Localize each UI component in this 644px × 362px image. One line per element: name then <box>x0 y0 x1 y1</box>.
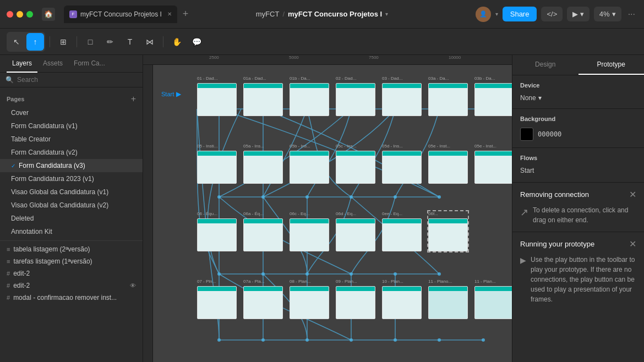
visibility-icon[interactable]: 👁 <box>130 282 136 289</box>
assets-tab[interactable]: Assets <box>37 55 68 73</box>
frame-01-dad[interactable]: 01 - Dad... <box>197 76 237 116</box>
layer-tabela[interactable]: ≡ tabela listagem (2ªversão) <box>0 243 143 255</box>
page-item-cover[interactable]: Cover <box>0 106 143 119</box>
frame-06a-eq[interactable]: 06a - Éq... <box>243 211 283 251</box>
frame-05a-ins[interactable]: 05a - Ins... <box>243 144 283 184</box>
frame-img-03[interactable] <box>382 83 422 116</box>
share-button[interactable]: Share <box>503 7 537 21</box>
close-traffic-light[interactable] <box>7 11 13 18</box>
frame-02-dad[interactable]: 02 - Dad... <box>336 76 375 116</box>
avatar-chevron-icon[interactable]: ▾ <box>495 11 498 17</box>
frame-img-03a[interactable] <box>428 83 468 116</box>
frame-img-09[interactable] <box>336 286 375 319</box>
page-item-deleted[interactable]: Deleted <box>0 212 143 225</box>
layers-tab[interactable]: Layers <box>7 55 37 73</box>
frame-img-01-dad[interactable] <box>197 83 237 116</box>
frame-img-05e-1[interactable] <box>428 151 468 184</box>
frame-03a-da[interactable]: 03a - Da... <box>428 76 468 116</box>
breadcrumb-root[interactable]: myFCT <box>256 10 280 18</box>
page-item-form-2023[interactable]: Form Candidatura 2023 (v1) <box>0 172 143 185</box>
scale-tool[interactable]: ⊞ <box>54 33 72 51</box>
text-tool[interactable]: T <box>121 33 139 51</box>
frame-06-equ[interactable]: 06 - Équ... <box>197 211 237 251</box>
component-tool[interactable]: ⋈ <box>141 33 159 51</box>
start-tag[interactable]: Start ▶ <box>161 90 181 98</box>
pen-tool[interactable]: ✏ <box>101 33 119 51</box>
frame-05b-ins[interactable]: 05b - Ins... <box>290 144 329 184</box>
background-color-value[interactable]: 000000 <box>538 130 561 138</box>
new-tab-button[interactable]: + <box>179 8 192 20</box>
frame-08-plan[interactable]: 08 - Plan... <box>290 279 329 319</box>
select-tool[interactable]: ↖ <box>8 33 25 51</box>
minimize-traffic-light[interactable] <box>17 11 23 18</box>
frame-03b-da[interactable]: 03b - Da... <box>474 76 512 116</box>
frame-img-06a[interactable] <box>243 218 283 251</box>
layer-edit2-2[interactable]: # edit-2 👁 <box>0 279 143 292</box>
frame-06d-eq[interactable]: 06d - Eq... <box>336 211 375 251</box>
page-item-form-v1[interactable]: Form Candidatura (v1) <box>0 119 143 133</box>
frame-img-01b[interactable] <box>290 83 329 116</box>
frame-img-08[interactable] <box>290 286 329 319</box>
comment-tool[interactable]: 💬 <box>188 33 205 51</box>
frame-01b-da[interactable]: 01b - Da... <box>290 76 329 116</box>
frame-img-05d[interactable] <box>382 151 422 184</box>
active-tab[interactable]: F myFCT Concurso Projetos I ✕ <box>64 6 177 23</box>
frame-11-plano[interactable]: 11 - Plano... <box>428 279 468 319</box>
breadcrumb-current[interactable]: myFCT Concurso Projetos I <box>288 10 382 18</box>
tab-close-icon[interactable]: ✕ <box>167 11 172 17</box>
frame-01a-dad[interactable]: 01a - Dad... <box>243 76 283 116</box>
search-input[interactable] <box>17 76 137 84</box>
add-page-button[interactable]: + <box>131 94 136 104</box>
form-ca-tab[interactable]: Form Ca... <box>68 55 111 73</box>
layer-edit2-1[interactable]: # edit-2 <box>0 267 143 279</box>
move-tool[interactable]: ↑ <box>26 33 44 51</box>
frame-img-05c[interactable] <box>336 151 375 184</box>
page-item-form-v2[interactable]: Form Candidatura (v2) <box>0 146 143 159</box>
frame-05e-1[interactable]: 05e - Inst... <box>428 144 468 184</box>
removing-connection-close-button[interactable]: ✕ <box>629 189 636 200</box>
frame-img-05a[interactable] <box>243 151 283 184</box>
page-item-table-creator[interactable]: Table Creator <box>0 133 143 146</box>
canvas-area[interactable]: 2500 5000 7500 10000 Start ▶ <box>143 55 512 362</box>
frame-img-05b[interactable] <box>290 151 329 184</box>
design-tab[interactable]: Design <box>512 55 578 75</box>
frame-img-06d[interactable] <box>336 218 375 251</box>
frame-06c-eq[interactable]: 06c - Eq... <box>290 211 329 251</box>
layer-tarefas[interactable]: ≡ tarefas listagem (1ªversão) <box>0 255 143 267</box>
zoom-button[interactable]: 4% ▾ <box>594 7 621 21</box>
frame-03-dad[interactable]: 03 - Dad... <box>382 76 422 116</box>
hand-tool[interactable]: ✋ <box>168 33 185 51</box>
frame-07-pln[interactable]: 07 - Pln... <box>197 279 237 319</box>
running-prototype-close-button[interactable]: ✕ <box>629 239 636 249</box>
frame-img-06e[interactable] <box>382 218 422 251</box>
frame-img-07a[interactable] <box>243 286 283 319</box>
frame-img-11[interactable] <box>428 286 468 319</box>
background-color-swatch[interactable] <box>520 128 533 141</box>
frame-05e-2[interactable]: 05e - Inst... <box>474 144 512 184</box>
prototype-tab[interactable]: Prototype <box>578 55 645 75</box>
breadcrumb-chevron-icon[interactable]: ▾ <box>385 11 388 17</box>
fullscreen-traffic-light[interactable] <box>26 11 33 18</box>
shape-tool[interactable]: □ <box>81 33 99 51</box>
code-button[interactable]: </> <box>541 7 563 21</box>
page-item-form-v3[interactable]: ✓ Form Candidatura (v3) <box>0 159 143 172</box>
frame-img-06[interactable] <box>197 218 237 251</box>
frame-img-03b[interactable] <box>474 83 512 116</box>
frame-img-06f[interactable] <box>428 218 468 251</box>
frame-06f[interactable]: 06f... <box>428 211 468 251</box>
frame-07a-pla[interactable]: 07a - Pla... <box>243 279 283 319</box>
canvas-content[interactable]: Start ▶ <box>153 65 512 362</box>
device-select[interactable]: None ▾ <box>520 94 542 102</box>
layer-modal[interactable]: # modal - confirmacao remover inst... <box>0 292 143 304</box>
avatar[interactable]: 👤 <box>476 7 491 22</box>
frame-img-02[interactable] <box>336 83 375 116</box>
frame-05c-ins[interactable]: 05c - Ins... <box>336 144 375 184</box>
frame-img-06c[interactable] <box>290 218 329 251</box>
frame-img-11b[interactable] <box>474 286 512 319</box>
page-item-visao-v2[interactable]: Visao Global da Candidatura (v2) <box>0 199 143 212</box>
frame-05d-ins[interactable]: 05d - Ins... <box>382 144 422 184</box>
frame-img-01a[interactable] <box>243 83 283 116</box>
frame-img-07[interactable] <box>197 286 237 319</box>
frame-11-plan[interactable]: 11 - Plan... <box>474 279 512 319</box>
more-options-button[interactable]: ··· <box>626 9 637 19</box>
